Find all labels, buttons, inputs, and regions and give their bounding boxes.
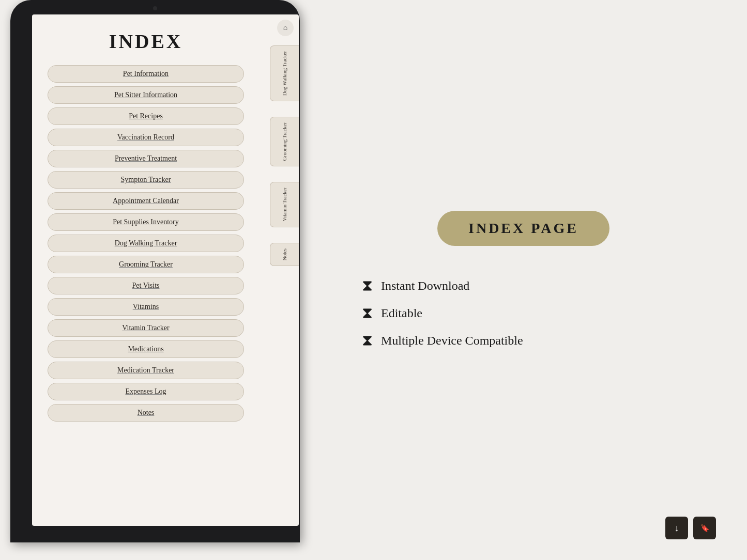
index-title-text: INDEX bbox=[109, 30, 182, 52]
index-item[interactable]: Pet Visits bbox=[48, 277, 244, 294]
index-item[interactable]: Appointment Calendar bbox=[48, 192, 244, 210]
side-tab-dog-walking-tracker[interactable]: Dog Walking Tracker bbox=[270, 45, 299, 101]
check-icon: ⧗ bbox=[362, 277, 373, 295]
bookmark-icon: 🔖 bbox=[700, 524, 709, 533]
tablet-camera bbox=[153, 6, 157, 10]
index-list: Pet InformationPet Sitter InformationPet… bbox=[48, 65, 244, 422]
index-item[interactable]: Vitamins bbox=[48, 298, 244, 316]
index-page-badge: INDEX PAGE bbox=[437, 211, 609, 246]
feature-text: Editable bbox=[381, 306, 422, 320]
check-icon: ⧗ bbox=[362, 304, 373, 322]
features-list: ⧗Instant Download⧗Editable⧗Multiple Devi… bbox=[362, 277, 523, 350]
index-item[interactable]: Sympton Tracker bbox=[48, 171, 244, 189]
tablet-device: ⌂ INDEX Pet InformationPet Sitter Inform… bbox=[0, 0, 300, 560]
index-item[interactable]: Pet Information bbox=[48, 65, 244, 83]
tablet-bezel: ⌂ INDEX Pet InformationPet Sitter Inform… bbox=[10, 0, 300, 542]
index-item[interactable]: Pet Sitter Information bbox=[48, 86, 244, 104]
feature-text: Instant Download bbox=[381, 279, 469, 293]
check-icon: ⧗ bbox=[362, 332, 373, 350]
feature-item: ⧗Multiple Device Compatible bbox=[362, 332, 523, 350]
bottom-buttons: ↓ 🔖 bbox=[665, 517, 716, 539]
index-content: INDEX Pet InformationPet Sitter Informat… bbox=[32, 14, 260, 526]
download-icon: ↓ bbox=[675, 523, 679, 534]
side-tab-label: Dog Walking Tracker bbox=[282, 51, 288, 96]
side-tabs: Dog Walking TrackerGrooming TrackerVitam… bbox=[260, 14, 299, 526]
feature-item: ⧗Instant Download bbox=[362, 277, 523, 295]
side-tab-label: Grooming Tracker bbox=[282, 122, 288, 161]
index-item[interactable]: Grooming Tracker bbox=[48, 256, 244, 273]
index-item[interactable]: Medication Tracker bbox=[48, 362, 244, 379]
side-tab-notes[interactable]: Notes bbox=[270, 243, 299, 266]
download-button[interactable]: ↓ bbox=[665, 517, 688, 539]
index-item[interactable]: Vitamin Tracker bbox=[48, 319, 244, 337]
home-button[interactable]: ⌂ bbox=[277, 20, 294, 36]
index-item[interactable]: Pet Recipes bbox=[48, 107, 244, 125]
side-tab-grooming-tracker[interactable]: Grooming Tracker bbox=[270, 117, 299, 166]
side-tab-vitamin-tracker[interactable]: Vitamin Tracker bbox=[270, 182, 299, 227]
tablet-screen: ⌂ INDEX Pet InformationPet Sitter Inform… bbox=[32, 14, 299, 526]
index-page-badge-text: INDEX PAGE bbox=[468, 220, 578, 236]
index-item[interactable]: Preventive Treatment bbox=[48, 150, 244, 167]
right-panel: INDEX PAGE ⧗Instant Download⧗Editable⧗Mu… bbox=[300, 0, 747, 560]
bookmark-button[interactable]: 🔖 bbox=[693, 517, 716, 539]
index-item[interactable]: Notes bbox=[48, 404, 244, 422]
index-item[interactable]: Medications bbox=[48, 340, 244, 358]
side-tab-label: Vitamin Tracker bbox=[282, 188, 288, 221]
feature-item: ⧗Editable bbox=[362, 304, 523, 322]
side-tab-label: Notes bbox=[282, 248, 288, 260]
index-item[interactable]: Vaccination Record bbox=[48, 129, 244, 146]
index-item[interactable]: Pet Supplies Inventory bbox=[48, 213, 244, 231]
home-icon: ⌂ bbox=[283, 24, 287, 32]
feature-text: Multiple Device Compatible bbox=[381, 334, 523, 348]
index-item[interactable]: Expenses Log bbox=[48, 383, 244, 400]
index-title: INDEX bbox=[48, 30, 244, 53]
index-item[interactable]: Dog Walking Tracker bbox=[48, 235, 244, 252]
